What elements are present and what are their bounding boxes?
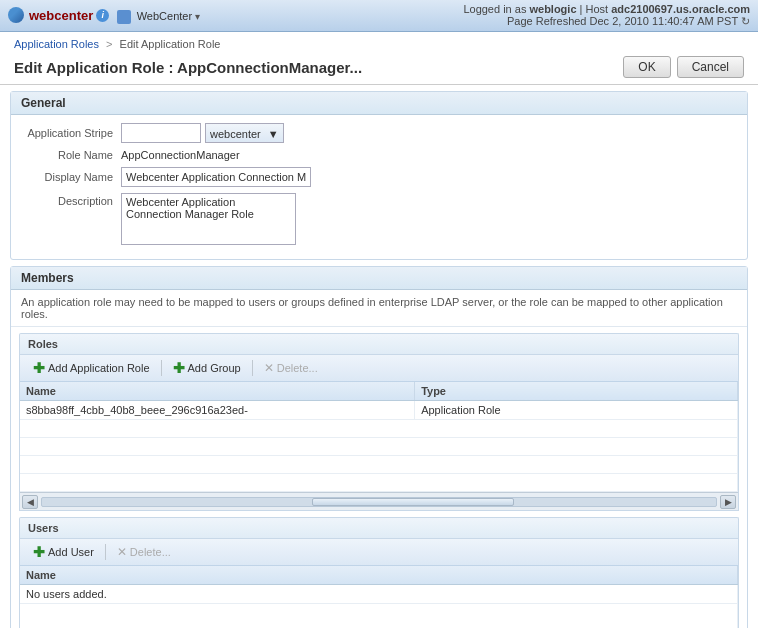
cancel-button[interactable]: Cancel xyxy=(677,56,744,78)
roles-col-type: Type xyxy=(415,382,738,401)
sub-nav-icon xyxy=(117,10,131,24)
role-name-value: AppConnectionManager xyxy=(121,149,240,161)
breadcrumb-separator: > xyxy=(106,38,112,50)
page-refreshed-text: Page Refreshed Dec 2, 2010 11:40:47 AM P… xyxy=(507,15,738,27)
add-user-button[interactable]: ✚ Add User xyxy=(26,542,101,562)
page-buttons: OK Cancel xyxy=(623,56,744,78)
hostname: adc2100697.us.oracle.com xyxy=(611,3,750,15)
users-table-wrap: Name No users added. xyxy=(20,566,738,628)
logo-text: webcenter xyxy=(29,8,93,23)
app-stripe-label: Application Stripe xyxy=(21,127,121,139)
members-description: An application role may need to be mappe… xyxy=(11,290,747,327)
empty-row xyxy=(20,438,738,456)
toolbar-sep-1 xyxy=(161,360,162,376)
header-right: Logged in as weblogic | Host adc2100697.… xyxy=(463,3,750,28)
add-user-icon: ✚ xyxy=(33,545,45,559)
page-refresh-info: Page Refreshed Dec 2, 2010 11:40:47 AM P… xyxy=(463,15,750,28)
scroll-track[interactable] xyxy=(41,497,717,507)
info-icon[interactable]: i xyxy=(96,9,109,22)
members-section: Members An application role may need to … xyxy=(10,266,748,628)
add-app-role-icon: ✚ xyxy=(33,361,45,375)
delete-role-label: Delete... xyxy=(277,362,318,374)
empty-row xyxy=(20,474,738,492)
role-name-label: Role Name xyxy=(21,149,121,161)
roles-table: Name Type s8bba98ff_4cbb_40b8_beee_296c9… xyxy=(20,382,738,492)
host-label: Host xyxy=(586,3,609,15)
page-title: Edit Application Role : AppConnectionMan… xyxy=(14,59,362,76)
users-container: ✚ Add User ✕ Delete... Name xyxy=(19,538,739,628)
dropdown-arrow: ▼ xyxy=(268,128,279,140)
users-subsection-wrap: Users ✚ Add User ✕ Delete... xyxy=(19,517,739,628)
content-area: Application Roles > Edit Application Rol… xyxy=(0,32,758,628)
sub-nav: WebCenter ▾ xyxy=(117,9,200,24)
users-toolbar: ✚ Add User ✕ Delete... xyxy=(20,539,738,566)
login-info: Logged in as weblogic | Host adc2100697.… xyxy=(463,3,750,15)
scroll-thumb xyxy=(312,498,514,506)
description-textarea[interactable] xyxy=(121,193,296,245)
users-subsection-title: Users xyxy=(19,517,739,538)
empty-row xyxy=(20,456,738,474)
empty-row xyxy=(20,420,738,438)
header: webcenter i WebCenter ▾ Logged in as web… xyxy=(0,0,758,32)
globe-icon xyxy=(8,7,24,23)
no-users-text: No users added. xyxy=(26,588,107,600)
app-stripe-dropdown-btn[interactable]: webcenter ▼ xyxy=(205,123,284,143)
description-label: Description xyxy=(21,193,121,207)
roles-scroll-area: ◀ ▶ xyxy=(20,492,738,510)
roles-container: ✚ Add Application Role ✚ Add Group ✕ Del… xyxy=(19,354,739,511)
logged-in-label: Logged in as xyxy=(463,3,526,15)
display-name-label: Display Name xyxy=(21,171,121,183)
description-row: Description xyxy=(21,193,737,245)
sub-nav-label[interactable]: WebCenter xyxy=(137,10,192,22)
role-type-cell: Application Role xyxy=(415,401,738,420)
members-section-title: Members xyxy=(11,267,747,290)
users-table-header-row: Name xyxy=(20,566,738,585)
add-group-button[interactable]: ✚ Add Group xyxy=(166,358,248,378)
display-name-input[interactable] xyxy=(121,167,311,187)
roles-subsection-title: Roles xyxy=(19,333,739,354)
refresh-icon[interactable]: ↻ xyxy=(741,15,750,28)
description-control xyxy=(121,193,296,245)
scroll-right-button[interactable]: ▶ xyxy=(720,495,736,509)
section-divider-top xyxy=(0,84,758,85)
app-stripe-input[interactable] xyxy=(121,123,201,143)
ok-button[interactable]: OK xyxy=(623,56,670,78)
page-header-row: Edit Application Role : AppConnectionMan… xyxy=(0,52,758,84)
add-group-label: Add Group xyxy=(188,362,241,374)
breadcrumb-link[interactable]: Application Roles xyxy=(14,38,99,50)
delete-user-label: Delete... xyxy=(130,546,171,558)
no-users-cell: No users added. xyxy=(20,585,738,604)
role-name-cell: s8bba98ff_4cbb_40b8_beee_296c916a23ed- xyxy=(20,401,415,420)
roles-subsection-wrap: Roles ✚ Add Application Role ✚ Add Group xyxy=(19,333,739,511)
toolbar-sep-users xyxy=(105,544,106,560)
roles-table-header-row: Name Type xyxy=(20,382,738,401)
role-name-control: AppConnectionManager xyxy=(121,149,240,161)
general-form-body: Application Stripe webcenter ▼ Role Name… xyxy=(11,115,747,259)
sub-nav-arrow[interactable]: ▾ xyxy=(195,11,200,22)
scroll-left-button[interactable]: ◀ xyxy=(22,495,38,509)
app-stripe-row: Application Stripe webcenter ▼ xyxy=(21,123,737,143)
users-table: Name No users added. xyxy=(20,566,738,628)
display-name-control xyxy=(121,167,311,187)
roles-toolbar: ✚ Add Application Role ✚ Add Group ✕ Del… xyxy=(20,355,738,382)
app-stripe-control: webcenter ▼ xyxy=(121,123,284,143)
add-group-icon: ✚ xyxy=(173,361,185,375)
role-name-row: Role Name AppConnectionManager xyxy=(21,149,737,161)
delete-role-button[interactable]: ✕ Delete... xyxy=(257,358,325,378)
breadcrumb: Application Roles > Edit Application Rol… xyxy=(0,32,758,52)
add-application-role-label: Add Application Role xyxy=(48,362,150,374)
delete-user-icon: ✕ xyxy=(117,545,127,559)
breadcrumb-current: Edit Application Role xyxy=(120,38,221,50)
table-row[interactable]: s8bba98ff_4cbb_40b8_beee_296c916a23ed-Ap… xyxy=(20,401,738,420)
users-empty-row xyxy=(20,604,738,629)
users-col-name: Name xyxy=(20,566,738,585)
add-user-label: Add User xyxy=(48,546,94,558)
general-section: General Application Stripe webcenter ▼ R… xyxy=(10,91,748,260)
general-section-title: General xyxy=(11,92,747,115)
delete-user-button[interactable]: ✕ Delete... xyxy=(110,542,178,562)
logo: webcenter i xyxy=(8,7,109,23)
username: weblogic xyxy=(529,3,576,15)
display-name-row: Display Name xyxy=(21,167,737,187)
app-stripe-value: webcenter xyxy=(210,128,261,140)
add-application-role-button[interactable]: ✚ Add Application Role xyxy=(26,358,157,378)
